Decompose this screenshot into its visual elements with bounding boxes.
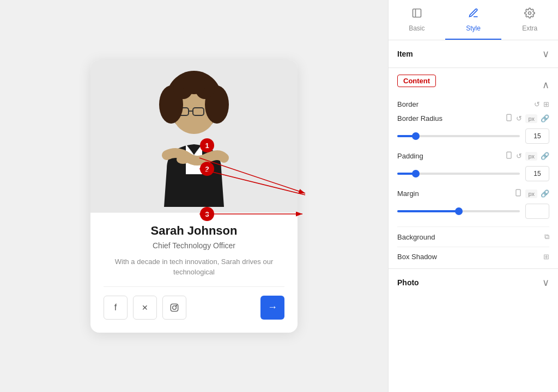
- basic-icon: [411, 8, 422, 21]
- border-radius-property-row: Border Radius ↺ px 🔗: [397, 114, 549, 123]
- padding-label: Padding: [397, 152, 502, 160]
- tabs-header: Basic Style Extra: [389, 0, 558, 40]
- svg-point-11: [182, 75, 206, 94]
- padding-thumb[interactable]: [412, 170, 420, 177]
- card-actions: f ✕ →: [104, 296, 284, 320]
- margin-device-icon[interactable]: [514, 189, 522, 198]
- background-copy-icon[interactable]: ⧉: [544, 232, 549, 241]
- border-radius-thumb[interactable]: [412, 132, 420, 140]
- border-property-row: Border ↺ ⊞: [397, 100, 549, 108]
- background-property-row: Background ⧉: [397, 226, 549, 247]
- background-label: Background: [397, 233, 544, 241]
- style-icon: [468, 8, 479, 21]
- box-shadow-label: Box Shadow: [397, 253, 543, 261]
- facebook-button[interactable]: f: [104, 296, 128, 320]
- card-divider: [104, 286, 284, 287]
- tab-extra-label: Extra: [522, 24, 537, 32]
- svg-rect-29: [507, 114, 511, 121]
- border-reset-icon[interactable]: ↺: [534, 100, 540, 108]
- extra-icon: [524, 8, 535, 21]
- svg-point-14: [176, 305, 177, 305]
- instagram-button[interactable]: [162, 296, 186, 320]
- tab-style-label: Style: [466, 24, 481, 32]
- photo-chevron-icon: ∨: [542, 277, 549, 289]
- card-photo-area: [90, 60, 298, 212]
- border-radius-label: Border Radius: [397, 114, 502, 122]
- margin-value[interactable]: [525, 204, 549, 219]
- tab-basic[interactable]: Basic: [389, 0, 445, 40]
- margin-link-icon[interactable]: 🔗: [541, 189, 549, 198]
- svg-point-6: [199, 155, 213, 163]
- margin-unit[interactable]: px: [525, 189, 537, 198]
- padding-link-icon[interactable]: 🔗: [541, 152, 549, 160]
- padding-slider-row: 15: [397, 166, 549, 181]
- border-radius-slider-row: 15: [397, 128, 549, 144]
- person-illustration: [134, 65, 254, 207]
- tab-style[interactable]: Style: [445, 0, 502, 40]
- padding-device-icon[interactable]: [505, 151, 513, 161]
- padding-track[interactable]: [397, 173, 520, 175]
- margin-slider-row: [397, 204, 549, 219]
- svg-rect-30: [507, 152, 511, 158]
- box-shadow-property-row: Box Shadow ⊞: [397, 247, 549, 266]
- profile-card: Sarah Johnson Chief Technology Officer W…: [90, 60, 298, 333]
- item-section-header[interactable]: Item ∨: [389, 40, 558, 68]
- svg-point-5: [177, 155, 190, 164]
- border-copy-icon[interactable]: ⊞: [543, 100, 549, 108]
- margin-label: Margin: [397, 189, 511, 198]
- item-section-title: Item: [397, 50, 413, 58]
- svg-rect-26: [413, 9, 421, 17]
- padding-value[interactable]: 15: [525, 166, 549, 181]
- content-chevron-up-icon: ∧: [542, 79, 549, 91]
- navigate-button[interactable]: →: [260, 296, 284, 320]
- content-label: Content: [397, 75, 436, 87]
- border-label: Border: [397, 100, 531, 108]
- margin-track[interactable]: [397, 210, 520, 212]
- svg-point-28: [529, 12, 531, 15]
- border-radius-value[interactable]: 15: [525, 128, 549, 144]
- margin-property-row: Margin px 🔗: [397, 189, 549, 198]
- border-radius-device-icon[interactable]: [505, 114, 513, 123]
- card-info-section: Sarah Johnson Chief Technology Officer W…: [90, 212, 298, 333]
- item-chevron-icon: ∨: [542, 48, 549, 60]
- tab-extra[interactable]: Extra: [501, 0, 558, 40]
- card-person-title: Chief Technology Officer: [104, 241, 284, 250]
- card-person-bio: With a decade in tech innovation, Sarah …: [104, 256, 284, 278]
- padding-reset-icon[interactable]: ↺: [516, 152, 522, 160]
- card-person-name: Sarah Johnson: [104, 224, 284, 238]
- padding-unit[interactable]: px: [525, 152, 537, 161]
- margin-thumb[interactable]: [455, 207, 463, 215]
- properties-panel: Basic Style Extra Item ∨: [388, 0, 558, 392]
- photo-section-header[interactable]: Photo ∨: [389, 269, 558, 296]
- svg-rect-12: [171, 304, 178, 311]
- svg-point-13: [173, 305, 177, 309]
- margin-fill: [397, 210, 459, 212]
- content-section: Content ∧ Border ↺ ⊞ Border Radius ↺ px …: [389, 68, 558, 266]
- padding-property-row: Padding ↺ px 🔗: [397, 151, 549, 161]
- border-radius-unit[interactable]: px: [525, 114, 537, 123]
- svg-rect-31: [516, 189, 520, 196]
- border-radius-track[interactable]: [397, 135, 520, 137]
- box-shadow-copy-icon[interactable]: ⊞: [543, 253, 549, 261]
- photo-section-title: Photo: [397, 278, 419, 287]
- border-radius-reset-icon[interactable]: ↺: [516, 114, 522, 122]
- tab-basic-label: Basic: [409, 24, 424, 32]
- photo-section: Photo ∨: [389, 268, 558, 296]
- border-radius-link-icon[interactable]: 🔗: [541, 114, 549, 122]
- preview-panel: Sarah Johnson Chief Technology Officer W…: [0, 0, 388, 392]
- twitter-button[interactable]: ✕: [133, 296, 157, 320]
